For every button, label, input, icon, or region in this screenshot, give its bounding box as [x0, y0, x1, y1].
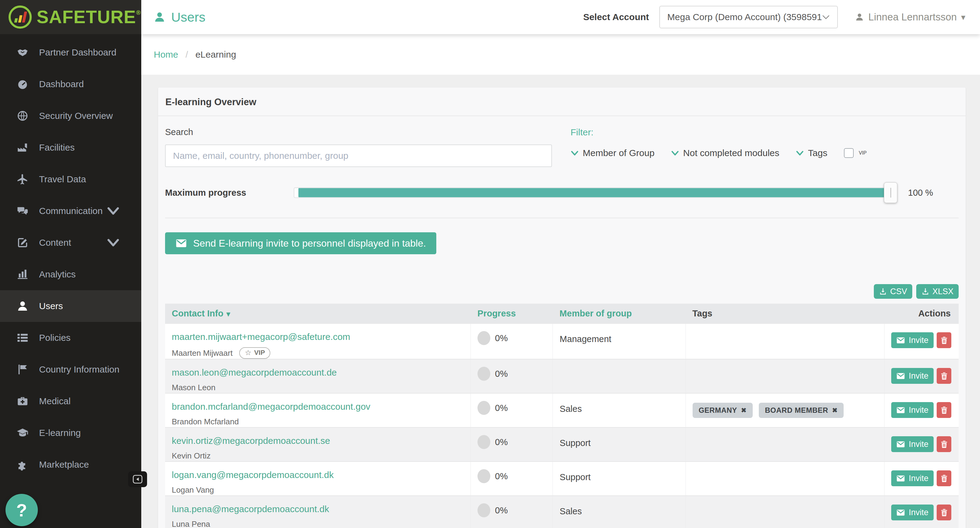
table-row: brandon.mcfarland@megacorpdemoaccount.go…	[165, 393, 959, 427]
contact-cell: logan.vang@megacorpdemoaccount.dkLogan V…	[165, 461, 471, 496]
trash-icon	[941, 336, 948, 344]
sidebar-collapse-button[interactable]	[128, 471, 147, 487]
puzzle-icon	[16, 458, 29, 471]
export-csv-label: CSV	[890, 287, 907, 297]
column-member-of-group[interactable]: Member of group	[553, 304, 686, 323]
export-csv-button[interactable]: CSV	[874, 284, 912, 299]
delete-user-button[interactable]	[937, 504, 951, 520]
max-progress-slider[interactable]	[294, 182, 895, 203]
account-select[interactable]: Mega Corp (Demo Account) (3598591)	[659, 6, 838, 29]
sidebar-item-dashboard[interactable]: Dashboard	[0, 68, 141, 100]
sidebar-item-label: Policies	[39, 333, 70, 343]
sidebar-item-medical[interactable]: Medical	[0, 385, 141, 417]
help-button[interactable]: ?	[5, 494, 38, 526]
brand-logo[interactable]: SAFETURE®	[0, 0, 141, 34]
sidebar-item-label: E-learning	[39, 428, 81, 438]
user-email-link[interactable]: kevin.ortiz@megacorpdemoaccount.se	[172, 436, 464, 446]
tags-cell	[686, 323, 885, 359]
chevron-down-icon	[671, 150, 679, 156]
slider-handle[interactable]	[884, 182, 897, 203]
sidebar-item-e-learning[interactable]: E-learning	[0, 417, 141, 449]
chevron-down-icon	[571, 150, 579, 156]
envelope-icon	[896, 337, 905, 344]
sidebar-item-label: Facilities	[39, 143, 75, 153]
breadcrumb-home-link[interactable]: Home	[154, 49, 178, 60]
breadcrumb: Home / eLearning	[141, 34, 980, 75]
star-icon: ☆	[245, 349, 251, 357]
user-email-link[interactable]: mason.leon@megacorpdemoaccount.de	[172, 367, 464, 378]
page-title-text: Users	[171, 10, 205, 25]
sidebar-item-facilities[interactable]: Facilities	[0, 132, 141, 163]
collapse-sidebar-icon	[132, 474, 144, 485]
safeture-logo-icon	[8, 5, 32, 29]
progress-circle	[477, 331, 490, 345]
send-elearning-invite-button[interactable]: Send E-learning invite to personnel disp…	[165, 232, 436, 254]
vip-checkbox[interactable]	[844, 148, 854, 158]
progress-cell: 0%	[471, 323, 553, 359]
user-email-link[interactable]: maarten.mijwaart+megacorp@safeture.com	[172, 332, 464, 342]
remove-tag-icon[interactable]: ✖	[832, 407, 837, 414]
sidebar-item-security-overview[interactable]: Security Overview	[0, 100, 141, 132]
invite-button[interactable]: Invite	[891, 368, 934, 384]
plane-icon	[16, 173, 29, 186]
delete-user-button[interactable]	[937, 436, 951, 452]
trash-icon	[941, 406, 948, 414]
vip-badge: ☆VIP	[239, 347, 270, 359]
delete-user-button[interactable]	[937, 402, 951, 418]
sidebar-item-communication[interactable]: Communication	[0, 195, 141, 227]
sidebar-item-travel-data[interactable]: Travel Data	[0, 163, 141, 195]
user-name: Mason Leon	[172, 383, 215, 392]
sidebar-item-policies[interactable]: Policies	[0, 322, 141, 354]
column-contact-info[interactable]: Contact Info▾	[165, 304, 471, 323]
chevron-down-icon	[107, 236, 120, 249]
user-menu-name: Linnea Lennartsson	[868, 11, 957, 23]
delete-user-button[interactable]	[937, 368, 951, 384]
tag-pill[interactable]: BOARD MEMBER✖	[759, 403, 844, 418]
remove-tag-icon[interactable]: ✖	[741, 407, 746, 414]
user-email-link[interactable]: luna.pena@megacorpdemoaccount.dk	[172, 504, 464, 514]
search-input[interactable]	[165, 144, 552, 167]
account-select-value: Mega Corp (Demo Account) (3598591)	[667, 12, 822, 22]
sidebar-item-country-information[interactable]: Country Information	[0, 354, 141, 385]
invite-button[interactable]: Invite	[891, 470, 934, 486]
filter-tags[interactable]: Tags	[796, 148, 827, 158]
column-progress[interactable]: Progress	[471, 304, 553, 323]
sidebar-item-analytics[interactable]: Analytics	[0, 258, 141, 290]
delete-user-button[interactable]	[937, 332, 951, 348]
progress-value: 0%	[495, 471, 508, 481]
progress-cell: 0%	[471, 461, 553, 496]
sidebar-item-content[interactable]: Content	[0, 227, 141, 258]
progress-circle	[477, 503, 490, 517]
sidebar: SAFETURE® Partner DashboardDashboardSecu…	[0, 0, 141, 528]
sidebar-item-label: Partner Dashboard	[39, 47, 116, 58]
filter-member-of-group[interactable]: Member of Group	[571, 148, 654, 158]
user-email-link[interactable]: logan.vang@megacorpdemoaccount.dk	[172, 470, 464, 480]
sort-caret-icon: ▾	[226, 310, 230, 318]
slider-track[interactable]	[294, 187, 895, 198]
sidebar-item-users[interactable]: Users	[0, 290, 141, 322]
sidebar-item-partner-dashboard[interactable]: Partner Dashboard	[0, 36, 141, 68]
tag-pill[interactable]: GERMANY✖	[693, 403, 753, 418]
actions-cell: Invite	[885, 323, 959, 359]
user-name: Kevin Ortiz	[172, 451, 210, 461]
invite-button[interactable]: Invite	[891, 332, 934, 348]
user-icon	[16, 300, 29, 312]
filter-item-label: Member of Group	[583, 148, 654, 158]
filter-not-completed-modules[interactable]: Not completed modules	[671, 148, 779, 158]
group-cell: Support	[553, 461, 686, 496]
table-row: luna.pena@megacorpdemoaccount.dkLuna Pen…	[165, 496, 959, 528]
user-email-link[interactable]: brandon.mcfarland@megacorpdemoaccount.go…	[172, 401, 464, 412]
invite-button[interactable]: Invite	[891, 402, 934, 418]
envelope-icon	[175, 239, 187, 248]
export-xlsx-button[interactable]: XLSX	[916, 284, 959, 299]
group-cell: Support	[553, 427, 686, 461]
envelope-icon	[896, 509, 905, 516]
registered-mark: ®	[136, 9, 141, 16]
invite-button[interactable]: Invite	[891, 504, 934, 520]
sidebar-item-marketplace[interactable]: Marketplace	[0, 449, 141, 480]
delete-user-button[interactable]	[937, 470, 951, 486]
invite-button[interactable]: Invite	[891, 436, 934, 452]
vip-filter[interactable]: VIP	[844, 148, 867, 158]
user-menu[interactable]: Linnea Lennartsson ▾	[855, 11, 966, 23]
user-icon	[153, 11, 165, 24]
